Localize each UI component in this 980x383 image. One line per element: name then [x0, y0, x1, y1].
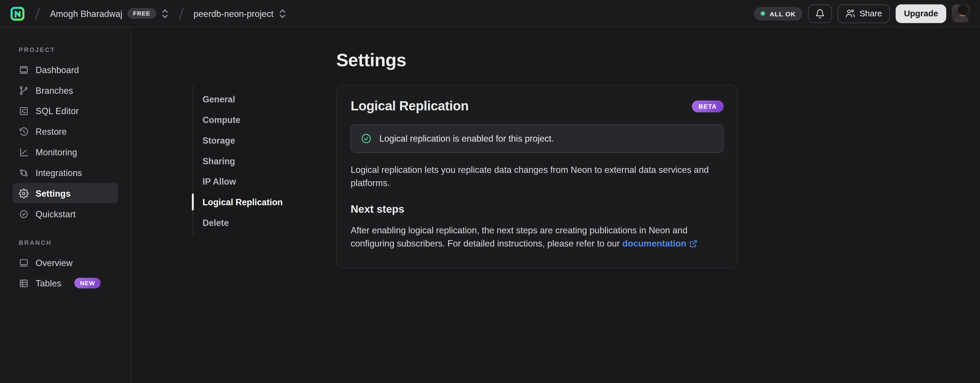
beta-badge: BETA — [692, 100, 724, 112]
sidebar-item-label: Quickstart — [36, 209, 75, 219]
next-steps-text: After enabling logical replication, the … — [350, 224, 724, 250]
logical-replication-card: Logical Replication BETA Logical replica… — [336, 85, 738, 268]
settings-nav-delete[interactable]: Delete — [193, 212, 283, 233]
system-status-pill[interactable]: ALL OK — [754, 6, 803, 21]
share-button[interactable]: Share — [838, 4, 890, 23]
sidebar-item-integrations[interactable]: Integrations — [13, 162, 118, 183]
sidebar-item-monitoring[interactable]: Monitoring — [13, 142, 118, 162]
user-avatar[interactable] — [952, 4, 970, 22]
documentation-link-label: documentation — [622, 239, 686, 248]
dashboard-icon — [19, 65, 29, 74]
org-selector[interactable]: Amogh Bharadwaj FREE — [50, 8, 169, 19]
chevron-updown-icon — [161, 8, 169, 18]
upgrade-button[interactable]: Upgrade — [896, 4, 947, 23]
sidebar: PROJECT Dashboard Branches — [0, 27, 131, 383]
breadcrumb-separator — [174, 5, 188, 22]
sidebar-item-dashboard[interactable]: Dashboard — [13, 59, 118, 80]
sidebar-item-tables[interactable]: Tables NEW — [13, 273, 118, 293]
git-branch-icon — [19, 85, 29, 95]
check-circle-icon — [19, 209, 29, 219]
content-area: General Compute Storage Sharing IP Allow… — [131, 27, 980, 383]
users-icon — [846, 9, 855, 18]
sidebar-item-overview[interactable]: Overview — [13, 252, 118, 273]
check-circle-icon — [361, 133, 372, 144]
sidebar-item-label: Overview — [36, 258, 73, 267]
sidebar-item-settings[interactable]: Settings — [13, 183, 118, 204]
project-selector[interactable]: peerdb-neon-project — [194, 8, 286, 18]
sidebar-item-restore[interactable]: Restore — [13, 121, 118, 142]
card-description: Logical replication lets you replicate d… — [350, 163, 724, 190]
sidebar-item-branches[interactable]: Branches — [13, 80, 118, 101]
success-alert: Logical replication is enabled for this … — [350, 124, 724, 153]
external-link-icon — [689, 240, 698, 248]
card-header: Logical Replication BETA — [350, 99, 724, 114]
settings-nav-logical-replication[interactable]: Logical Replication — [193, 192, 283, 212]
settings-nav-general[interactable]: General — [193, 89, 283, 109]
alert-text: Logical replication is enabled for this … — [380, 134, 554, 144]
settings-nav-compute[interactable]: Compute — [193, 109, 283, 130]
history-icon — [19, 127, 29, 136]
sidebar-item-label: Integrations — [36, 168, 82, 178]
sidebar-item-quickstart[interactable]: Quickstart — [13, 204, 118, 224]
bell-icon — [815, 8, 825, 18]
terminal-square-icon — [19, 106, 29, 116]
app-window: Amogh Bharadwaj FREE peerdb-neon-project… — [0, 0, 980, 383]
sidebar-item-label: Branches — [36, 85, 73, 95]
gear-icon — [19, 188, 29, 198]
table-icon — [19, 278, 29, 288]
notifications-button[interactable] — [808, 4, 832, 23]
chart-line-icon — [19, 147, 29, 157]
neon-logo-icon[interactable] — [10, 6, 25, 21]
settings-nav-storage[interactable]: Storage — [193, 130, 283, 150]
top-bar: Amogh Bharadwaj FREE peerdb-neon-project… — [0, 0, 980, 27]
new-badge: NEW — [74, 278, 100, 288]
breadcrumb-separator — [31, 5, 45, 22]
settings-nav: General Compute Storage Sharing IP Allow… — [192, 85, 283, 236]
sidebar-item-label: SQL Editor — [36, 106, 79, 116]
sidebar-item-label: Dashboard — [36, 65, 79, 74]
main-panel: Settings Logical Replication BETA Logica… — [336, 50, 738, 268]
sidebar-item-label: Monitoring — [36, 147, 77, 157]
next-steps-heading: Next steps — [350, 204, 724, 216]
status-dot-icon — [760, 11, 765, 16]
settings-nav-ip-allow[interactable]: IP Allow — [193, 171, 283, 192]
sidebar-item-sql-editor[interactable]: SQL Editor — [13, 101, 118, 121]
sync-nodes-icon — [19, 168, 29, 178]
section-label-project: PROJECT — [13, 46, 118, 53]
org-name: Amogh Bharadwaj — [50, 8, 122, 18]
sidebar-item-label: Settings — [36, 188, 71, 198]
page-title: Settings — [336, 50, 738, 71]
project-name: peerdb-neon-project — [194, 8, 274, 18]
section-label-branch: BRANCH — [13, 239, 118, 246]
plan-badge: FREE — [127, 8, 156, 19]
sidebar-item-label: Tables — [36, 278, 61, 288]
sidebar-section-branch: BRANCH Overview Tables NEW — [13, 239, 118, 293]
sidebar-item-label: Restore — [36, 127, 67, 136]
settings-nav-sharing[interactable]: Sharing — [193, 150, 283, 171]
status-label: ALL OK — [770, 10, 796, 17]
documentation-link[interactable]: documentation — [622, 239, 698, 248]
share-label: Share — [859, 9, 882, 18]
card-title: Logical Replication — [350, 99, 468, 114]
upgrade-label: Upgrade — [904, 9, 938, 18]
sidebar-section-project: PROJECT Dashboard Branches — [13, 46, 118, 224]
window-icon — [19, 258, 29, 267]
chevron-updown-icon — [278, 8, 286, 18]
